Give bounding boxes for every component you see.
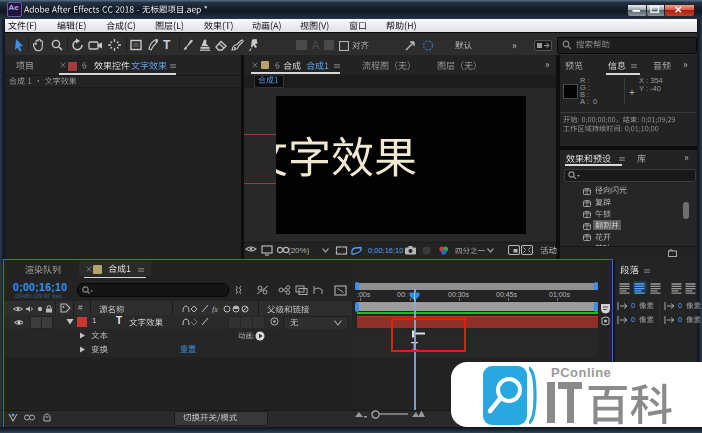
- svg-text:A: A: [312, 39, 320, 51]
- svg-text:fx: fx: [212, 305, 218, 313]
